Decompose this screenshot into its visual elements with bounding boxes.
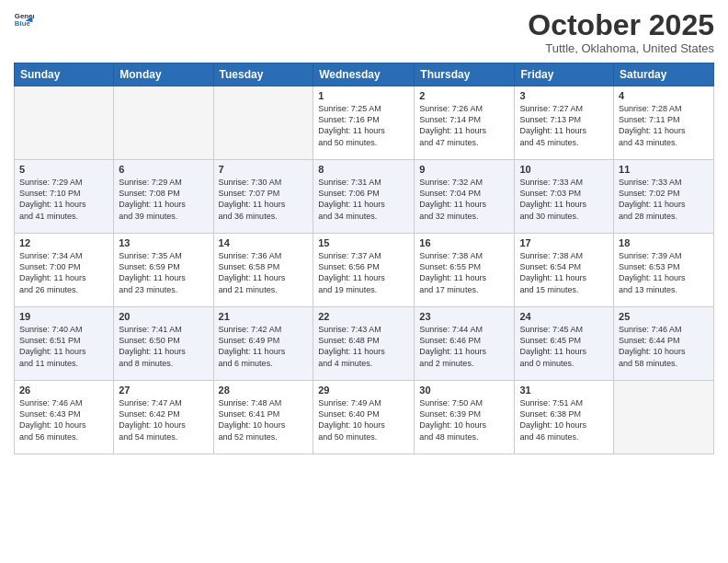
header: General Blue October 2025 Tuttle, Oklaho… <box>14 9 714 55</box>
calendar-day-cell: 22Sunrise: 7:43 AM Sunset: 6:48 PM Dayli… <box>313 307 415 381</box>
calendar-day-cell: 27Sunrise: 7:47 AM Sunset: 6:42 PM Dayli… <box>114 381 213 454</box>
day-info: Sunrise: 7:43 AM Sunset: 6:48 PM Dayligh… <box>318 324 409 369</box>
calendar-week-row: 19Sunrise: 7:40 AM Sunset: 6:51 PM Dayli… <box>15 307 714 381</box>
weekday-header-monday: Monday <box>114 63 213 86</box>
calendar-day-cell: 18Sunrise: 7:39 AM Sunset: 6:53 PM Dayli… <box>614 234 714 307</box>
calendar-day-cell: 28Sunrise: 7:48 AM Sunset: 6:41 PM Dayli… <box>213 381 313 454</box>
day-info: Sunrise: 7:34 AM Sunset: 7:00 PM Dayligh… <box>19 250 108 295</box>
day-number: 21 <box>219 311 309 322</box>
calendar-day-cell: 20Sunrise: 7:41 AM Sunset: 6:50 PM Dayli… <box>114 307 213 381</box>
calendar-day-cell: 10Sunrise: 7:33 AM Sunset: 7:03 PM Dayli… <box>515 160 614 234</box>
day-info: Sunrise: 7:50 AM Sunset: 6:39 PM Dayligh… <box>419 397 509 442</box>
calendar-week-row: 12Sunrise: 7:34 AM Sunset: 7:00 PM Dayli… <box>15 234 714 307</box>
day-info: Sunrise: 7:33 AM Sunset: 7:03 PM Dayligh… <box>519 177 609 222</box>
day-number: 26 <box>19 385 108 396</box>
day-info: Sunrise: 7:41 AM Sunset: 6:50 PM Dayligh… <box>119 324 208 369</box>
day-info: Sunrise: 7:38 AM Sunset: 6:55 PM Dayligh… <box>419 250 509 295</box>
calendar-day-cell: 11Sunrise: 7:33 AM Sunset: 7:02 PM Dayli… <box>614 160 714 234</box>
calendar-day-cell: 29Sunrise: 7:49 AM Sunset: 6:40 PM Dayli… <box>313 381 415 454</box>
weekday-header-tuesday: Tuesday <box>213 63 313 86</box>
calendar-table: SundayMondayTuesdayWednesdayThursdayFrid… <box>14 63 714 454</box>
day-info: Sunrise: 7:30 AM Sunset: 7:07 PM Dayligh… <box>219 177 309 222</box>
calendar-day-cell: 7Sunrise: 7:30 AM Sunset: 7:07 PM Daylig… <box>213 160 313 234</box>
calendar-day-cell: 24Sunrise: 7:45 AM Sunset: 6:45 PM Dayli… <box>515 307 614 381</box>
calendar-week-row: 5Sunrise: 7:29 AM Sunset: 7:10 PM Daylig… <box>15 160 714 234</box>
day-number: 27 <box>119 385 208 396</box>
day-number: 22 <box>318 311 409 322</box>
day-number: 11 <box>619 164 709 175</box>
day-info: Sunrise: 7:37 AM Sunset: 6:56 PM Dayligh… <box>318 250 409 295</box>
calendar-day-cell <box>213 86 313 160</box>
calendar-day-cell: 25Sunrise: 7:46 AM Sunset: 6:44 PM Dayli… <box>614 307 714 381</box>
day-info: Sunrise: 7:45 AM Sunset: 6:45 PM Dayligh… <box>519 324 609 369</box>
day-info: Sunrise: 7:31 AM Sunset: 7:06 PM Dayligh… <box>318 177 409 222</box>
calendar-day-cell: 16Sunrise: 7:38 AM Sunset: 6:55 PM Dayli… <box>415 234 515 307</box>
calendar-day-cell: 6Sunrise: 7:29 AM Sunset: 7:08 PM Daylig… <box>114 160 213 234</box>
day-number: 12 <box>19 237 108 248</box>
calendar-day-cell: 3Sunrise: 7:27 AM Sunset: 7:13 PM Daylig… <box>515 86 614 160</box>
calendar-day-cell: 15Sunrise: 7:37 AM Sunset: 6:56 PM Dayli… <box>313 234 415 307</box>
day-number: 14 <box>219 237 309 248</box>
calendar-day-cell: 9Sunrise: 7:32 AM Sunset: 7:04 PM Daylig… <box>415 160 515 234</box>
calendar-day-cell: 1Sunrise: 7:25 AM Sunset: 7:16 PM Daylig… <box>313 86 415 160</box>
day-info: Sunrise: 7:38 AM Sunset: 6:54 PM Dayligh… <box>519 250 609 295</box>
page: General Blue October 2025 Tuttle, Oklaho… <box>0 0 728 563</box>
day-number: 2 <box>419 90 509 101</box>
logo-icon: General Blue <box>14 9 34 29</box>
day-number: 19 <box>19 311 108 322</box>
weekday-header-friday: Friday <box>515 63 614 86</box>
day-number: 25 <box>619 311 709 322</box>
day-number: 31 <box>519 385 609 396</box>
weekday-header-wednesday: Wednesday <box>313 63 415 86</box>
day-info: Sunrise: 7:46 AM Sunset: 6:43 PM Dayligh… <box>19 397 108 442</box>
day-number: 18 <box>619 237 709 248</box>
calendar-day-cell: 19Sunrise: 7:40 AM Sunset: 6:51 PM Dayli… <box>15 307 114 381</box>
calendar-day-cell <box>114 86 213 160</box>
day-info: Sunrise: 7:51 AM Sunset: 6:38 PM Dayligh… <box>519 397 609 442</box>
day-number: 1 <box>318 90 409 101</box>
day-number: 24 <box>519 311 609 322</box>
day-info: Sunrise: 7:48 AM Sunset: 6:41 PM Dayligh… <box>219 397 309 442</box>
calendar-day-cell: 23Sunrise: 7:44 AM Sunset: 6:46 PM Dayli… <box>415 307 515 381</box>
day-info: Sunrise: 7:39 AM Sunset: 6:53 PM Dayligh… <box>619 250 709 295</box>
day-number: 30 <box>419 385 509 396</box>
calendar-day-cell: 21Sunrise: 7:42 AM Sunset: 6:49 PM Dayli… <box>213 307 313 381</box>
day-info: Sunrise: 7:46 AM Sunset: 6:44 PM Dayligh… <box>619 324 709 369</box>
day-info: Sunrise: 7:25 AM Sunset: 7:16 PM Dayligh… <box>318 103 409 148</box>
day-number: 20 <box>119 311 208 322</box>
day-info: Sunrise: 7:35 AM Sunset: 6:59 PM Dayligh… <box>119 250 208 295</box>
day-number: 16 <box>419 237 509 248</box>
day-info: Sunrise: 7:28 AM Sunset: 7:11 PM Dayligh… <box>619 103 709 148</box>
logo: General Blue <box>14 9 34 29</box>
calendar-location: Tuttle, Oklahoma, United States <box>528 41 714 55</box>
day-info: Sunrise: 7:49 AM Sunset: 6:40 PM Dayligh… <box>318 397 409 442</box>
day-info: Sunrise: 7:47 AM Sunset: 6:42 PM Dayligh… <box>119 397 208 442</box>
day-number: 6 <box>119 164 208 175</box>
day-info: Sunrise: 7:40 AM Sunset: 6:51 PM Dayligh… <box>19 324 108 369</box>
day-number: 5 <box>19 164 108 175</box>
calendar-day-cell: 31Sunrise: 7:51 AM Sunset: 6:38 PM Dayli… <box>515 381 614 454</box>
calendar-day-cell: 5Sunrise: 7:29 AM Sunset: 7:10 PM Daylig… <box>15 160 114 234</box>
day-number: 29 <box>318 385 409 396</box>
day-info: Sunrise: 7:33 AM Sunset: 7:02 PM Dayligh… <box>619 177 709 222</box>
weekday-header-row: SundayMondayTuesdayWednesdayThursdayFrid… <box>15 63 714 86</box>
calendar-day-cell: 30Sunrise: 7:50 AM Sunset: 6:39 PM Dayli… <box>415 381 515 454</box>
day-info: Sunrise: 7:32 AM Sunset: 7:04 PM Dayligh… <box>419 177 509 222</box>
calendar-day-cell: 8Sunrise: 7:31 AM Sunset: 7:06 PM Daylig… <box>313 160 415 234</box>
calendar-week-row: 26Sunrise: 7:46 AM Sunset: 6:43 PM Dayli… <box>15 381 714 454</box>
weekday-header-thursday: Thursday <box>415 63 515 86</box>
day-number: 13 <box>119 237 208 248</box>
calendar-day-cell: 13Sunrise: 7:35 AM Sunset: 6:59 PM Dayli… <box>114 234 213 307</box>
day-number: 8 <box>318 164 409 175</box>
calendar-day-cell: 2Sunrise: 7:26 AM Sunset: 7:14 PM Daylig… <box>415 86 515 160</box>
day-number: 9 <box>419 164 509 175</box>
day-number: 10 <box>519 164 609 175</box>
day-number: 4 <box>619 90 709 101</box>
day-info: Sunrise: 7:27 AM Sunset: 7:13 PM Dayligh… <box>519 103 609 148</box>
calendar-day-cell: 14Sunrise: 7:36 AM Sunset: 6:58 PM Dayli… <box>213 234 313 307</box>
day-number: 15 <box>318 237 409 248</box>
calendar-day-cell <box>15 86 114 160</box>
day-info: Sunrise: 7:36 AM Sunset: 6:58 PM Dayligh… <box>219 250 309 295</box>
day-number: 17 <box>519 237 609 248</box>
calendar-day-cell: 12Sunrise: 7:34 AM Sunset: 7:00 PM Dayli… <box>15 234 114 307</box>
